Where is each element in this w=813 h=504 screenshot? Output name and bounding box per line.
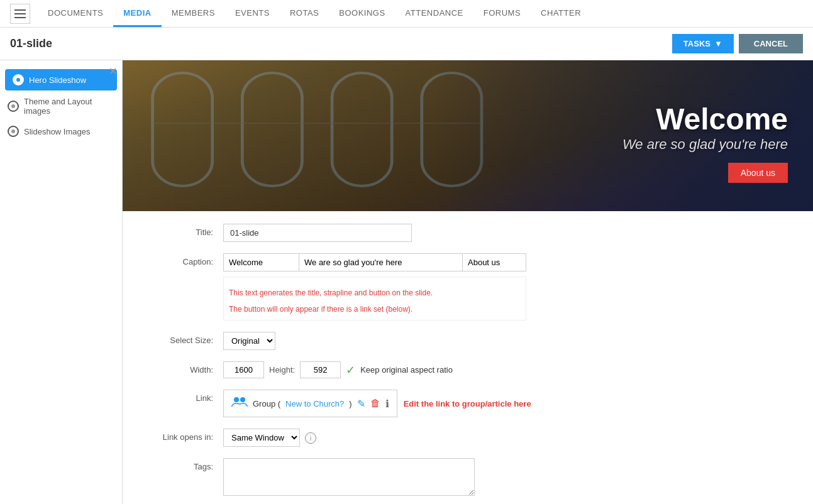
link-opens-dropdown[interactable]: Same Window <box>223 429 300 447</box>
select-size-label: Select Size: <box>141 332 223 345</box>
tab-rotas[interactable]: ROTAS <box>280 0 329 27</box>
svg-rect-0 <box>14 9 26 11</box>
tab-attendance[interactable]: ATTENDANCE <box>395 0 473 27</box>
caption-field-2[interactable] <box>299 254 463 271</box>
caption-hint-area: This text generates the title, strapline… <box>223 271 526 320</box>
header-bar: 01-slide TASKS ▼ CANCEL <box>0 28 813 60</box>
link-opens-info-icon[interactable]: i <box>305 432 316 444</box>
title-label: Title: <box>141 224 223 237</box>
caption-hint-line2: The button will only appear if there is … <box>229 304 521 315</box>
tab-events[interactable]: EVENTS <box>225 0 280 27</box>
svg-rect-4 <box>242 73 302 186</box>
select-size-row: Select Size: Original <box>141 332 794 350</box>
link-group-name: New to Church? <box>285 399 344 408</box>
select-size-dropdown[interactable]: Original <box>223 332 275 350</box>
link-box: Group (New to Church?) ✎ 🗑 ℹ <box>223 390 397 417</box>
link-group-end: ) <box>349 399 351 408</box>
tab-members[interactable]: MEMBERS <box>162 0 225 27</box>
caption-wrapper: This text generates the title, strapline… <box>223 253 526 320</box>
cancel-button[interactable]: CANCEL <box>739 34 803 53</box>
caption-fields-group <box>223 253 526 271</box>
svg-rect-1 <box>14 13 26 14</box>
hero-about-button[interactable]: About us <box>728 163 788 183</box>
page-title: 01-slide <box>10 37 52 50</box>
sidebar-item-slideshow-images[interactable]: Slideshow Images <box>0 121 122 142</box>
sidebar-label-hero: Hero Slideshow <box>29 75 86 85</box>
height-label: Height: <box>269 365 295 375</box>
tab-media[interactable]: MEDIA <box>113 0 161 27</box>
svg-point-9 <box>240 397 245 402</box>
height-input[interactable] <box>300 361 341 378</box>
aspect-check-icon[interactable]: ✓ <box>346 363 355 377</box>
hero-overlay: Welcome We are so glad you're here About… <box>433 60 813 211</box>
link-group-icon <box>231 395 248 412</box>
hero-image-preview: Welcome We are so glad you're here About… <box>123 60 813 211</box>
hero-sub-text: We are so glad you're here <box>622 136 788 153</box>
sidebar-item-hero-slideshow[interactable]: Hero Slideshow <box>5 69 117 90</box>
form-area: Title: Caption: This text generates the … <box>123 211 813 504</box>
title-row: Title: <box>141 224 794 242</box>
link-hint-text: Edit the link to group/article here <box>404 399 531 408</box>
svg-rect-3 <box>153 73 213 186</box>
tab-documents[interactable]: DOCUMENTS <box>38 0 113 27</box>
link-edit-icon[interactable]: ✎ <box>357 398 365 410</box>
link-opens-label: Link opens in: <box>141 429 223 442</box>
svg-rect-2 <box>14 17 26 18</box>
dimensions-row: Width: Height: ✓ Keep original aspect ra… <box>141 361 794 378</box>
tab-bookings[interactable]: BOOKINGS <box>329 0 395 27</box>
nav-menu-icon[interactable] <box>10 4 30 24</box>
sidebar-close-icon[interactable]: ✕ <box>109 65 117 77</box>
caption-label: Caption: <box>141 253 223 266</box>
tags-label: Tags: <box>141 458 223 471</box>
slideshow-icon <box>8 126 19 137</box>
hero-welcome-text: Welcome <box>656 102 788 136</box>
link-opens-row: Link opens in: Same Window i <box>141 429 794 447</box>
caption-hint-line1: This text generates the title, strapline… <box>229 287 521 299</box>
tab-chatter[interactable]: CHATTER <box>531 0 591 27</box>
link-row: Link: Group (New to Church?) ✎ 🗑 <box>141 390 794 417</box>
caption-field-1[interactable] <box>224 254 299 271</box>
link-info-icon[interactable]: ℹ <box>385 398 389 410</box>
hero-slideshow-icon <box>13 74 24 85</box>
link-label: Link: <box>141 390 223 403</box>
title-input[interactable] <box>223 224 412 242</box>
tags-input[interactable] <box>223 458 475 496</box>
tasks-chevron-icon: ▼ <box>714 39 722 48</box>
content-area: Welcome We are so glad you're here About… <box>123 60 813 504</box>
main-layout: ✕ Hero Slideshow Theme and Layout images… <box>0 60 813 504</box>
link-controls: Group (New to Church?) ✎ 🗑 ℹ Edit the li… <box>223 390 531 417</box>
sidebar-label-theme: Theme and Layout images <box>24 97 114 116</box>
caption-row: Caption: This text generates the title, … <box>141 253 794 320</box>
header-actions: TASKS ▼ CANCEL <box>672 34 803 53</box>
svg-rect-5 <box>332 73 392 186</box>
top-nav: DOCUMENTS MEDIA MEMBERS EVENTS ROTAS BOO… <box>0 0 813 28</box>
tasks-button[interactable]: TASKS ▼ <box>672 34 734 53</box>
link-delete-icon[interactable]: 🗑 <box>370 398 380 409</box>
sidebar-item-theme-layout[interactable]: Theme and Layout images <box>0 92 122 121</box>
width-label: Width: <box>141 361 223 375</box>
link-opens-controls: Same Window i <box>223 429 316 447</box>
sidebar: ✕ Hero Slideshow Theme and Layout images… <box>0 60 123 504</box>
aspect-ratio-label: Keep original aspect ratio <box>360 365 453 375</box>
svg-point-8 <box>234 397 239 402</box>
theme-layout-icon <box>8 101 19 112</box>
tab-forums[interactable]: FORUMS <box>473 0 531 27</box>
dimensions-controls: Height: ✓ Keep original aspect ratio <box>223 361 453 378</box>
sidebar-label-slideshow: Slideshow Images <box>24 127 91 136</box>
width-input[interactable] <box>223 361 264 378</box>
nav-tabs: DOCUMENTS MEDIA MEMBERS EVENTS ROTAS BOO… <box>38 0 591 27</box>
link-group-text: Group ( <box>253 399 280 408</box>
caption-field-3[interactable] <box>463 254 526 271</box>
tags-row: Tags: <box>141 458 794 496</box>
